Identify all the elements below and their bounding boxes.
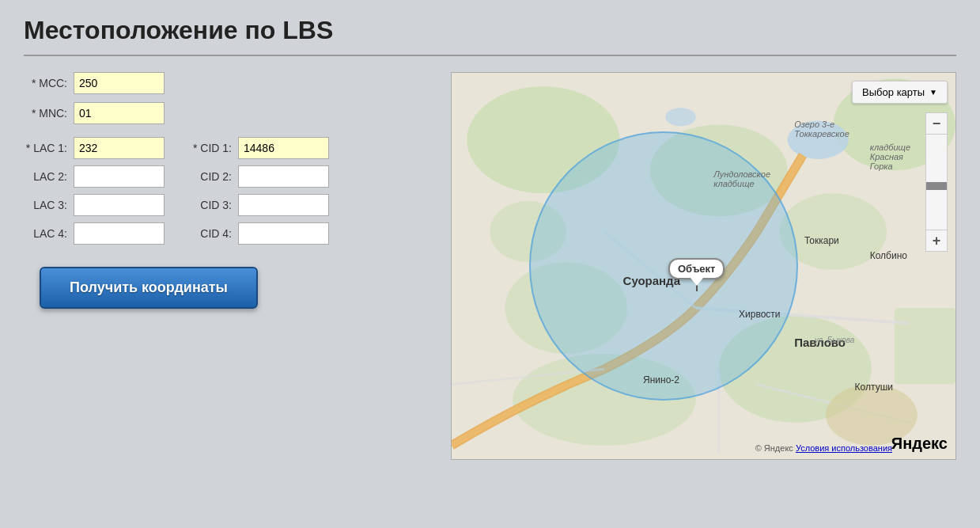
map-select-label: Выбор карты xyxy=(862,86,925,98)
location-circle xyxy=(529,131,798,401)
cid3-input[interactable] xyxy=(238,194,329,216)
lac3-label: LAC 3: xyxy=(24,199,67,211)
lac2-label: LAC 2: xyxy=(24,170,67,183)
lac4-label: LAC 4: xyxy=(24,227,67,240)
map-select-arrow-icon: ▼ xyxy=(929,88,937,97)
svg-point-9 xyxy=(788,121,849,159)
map-container[interactable]: Озеро 3-еТоккаревское кладбищеКраснаяГор… xyxy=(451,72,956,460)
yandex-logo-text: Яндекс xyxy=(891,435,948,452)
yandex-terms: © Яндекс Условия использования xyxy=(755,443,892,453)
mcc-label: * МСС: xyxy=(24,77,67,89)
zoom-minus-button[interactable]: − xyxy=(925,112,948,135)
yandex-copyright: © Яндекс xyxy=(755,443,793,453)
lac1-label: * LAC 1: xyxy=(24,142,67,154)
page-title: Местоположение по LBS xyxy=(24,16,956,45)
yandex-logo: Яндекс xyxy=(891,435,948,453)
cid1-input[interactable] xyxy=(238,137,329,159)
yandex-terms-link[interactable]: Условия использования xyxy=(796,443,892,453)
mnc-label: * MNC: xyxy=(24,107,67,120)
marker-bubble: Объект xyxy=(668,258,725,279)
cid4-input[interactable] xyxy=(238,222,329,245)
left-panel: * МСС: * MNC: * LAC 1: xyxy=(24,72,435,309)
zoom-controls: − + xyxy=(925,112,948,252)
svg-rect-8 xyxy=(895,308,955,385)
svg-point-10 xyxy=(665,108,696,126)
lac4-input[interactable] xyxy=(74,222,165,245)
mnc-input[interactable] xyxy=(74,102,165,124)
cid2-label: CID 2: xyxy=(188,170,232,183)
content-area: * МСС: * MNC: * LAC 1: xyxy=(24,72,956,460)
lac2-input[interactable] xyxy=(74,165,165,188)
get-coords-button[interactable]: Получить координаты xyxy=(40,267,258,309)
map-select-button[interactable]: Выбор карты ▼ xyxy=(852,81,948,104)
map-controls: Выбор карты ▼ xyxy=(852,81,948,104)
divider xyxy=(24,55,956,56)
map-background: Озеро 3-еТоккаревское кладбищеКраснаяГор… xyxy=(452,73,955,459)
lac1-input[interactable] xyxy=(74,137,165,159)
map-marker: Объект xyxy=(668,258,725,291)
page-wrapper: Местоположение по LBS * МСС: * MNC: xyxy=(0,0,980,528)
button-row: Получить координаты xyxy=(40,267,435,309)
cid2-input[interactable] xyxy=(238,165,329,188)
zoom-thumb xyxy=(926,182,947,190)
mcc-input[interactable] xyxy=(74,72,165,94)
lac3-input[interactable] xyxy=(74,194,165,216)
lac-cid-section: * LAC 1: LAC 2: LAC 3: LAC 4: xyxy=(24,137,435,245)
zoom-slider[interactable] xyxy=(925,135,948,230)
cid4-label: CID 4: xyxy=(188,227,232,240)
zoom-plus-button[interactable]: + xyxy=(925,230,948,252)
cid3-label: CID 3: xyxy=(188,199,232,211)
mcc-row: * МСС: * MNC: xyxy=(24,72,435,124)
marker-label: Объект xyxy=(678,263,716,275)
cid1-label: * CID 1: xyxy=(188,142,232,154)
